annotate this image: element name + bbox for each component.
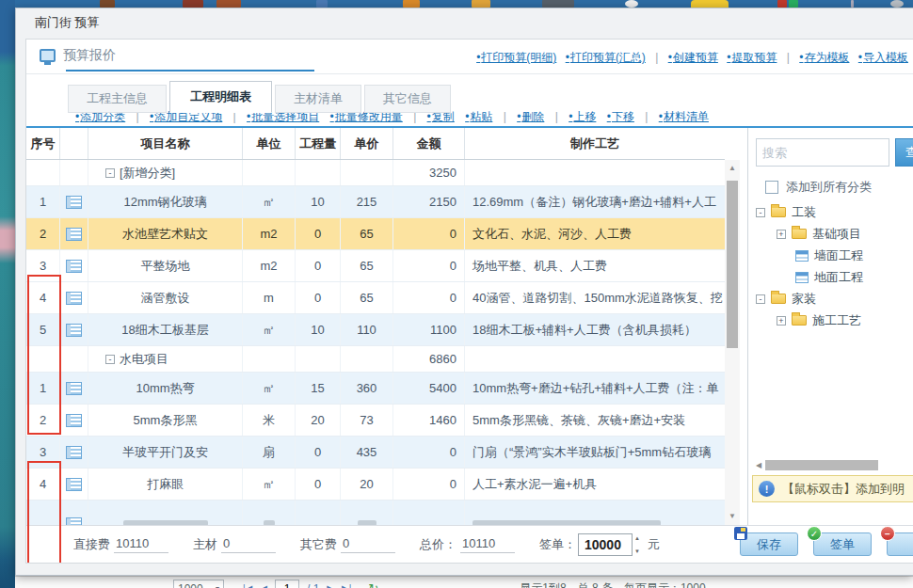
spin-down-icon[interactable]: ▼ (634, 548, 640, 554)
row-name: 5mm条形黑 (88, 405, 243, 436)
tab-bar: 工程主信息 工程明细表 主材清单 其它信息 (68, 81, 454, 113)
table-group-row[interactable]: -水电项目 6860 (26, 346, 725, 373)
tree-node[interactable]: + 基础项目 (748, 223, 913, 245)
table-row[interactable]: 3 平整场地 m2 0 65 0 场地平整、机具、人工费 (26, 250, 725, 282)
tree-label: 家装 (792, 291, 816, 308)
refresh-icon[interactable]: ↻ (368, 581, 378, 588)
row-price: 65 (341, 250, 393, 281)
grid-icon (795, 272, 809, 283)
table-row-partial[interactable] (26, 501, 725, 525)
scrollbar-thumb[interactable] (765, 460, 878, 470)
action-material-list[interactable]: 材料清单 (659, 110, 709, 123)
row-detail-icon[interactable] (66, 196, 82, 209)
link-extract-budget[interactable]: 提取预算 (727, 51, 777, 64)
row-name: 平整场地 (88, 250, 243, 281)
row-detail-icon[interactable] (66, 478, 82, 491)
table-row[interactable]: 5 18细木工板基层 ㎡ 10 110 1100 18细木工板+辅料+人工费（含… (26, 314, 725, 346)
tree-node[interactable]: - 家装 (748, 288, 913, 310)
next-page-button[interactable]: ▶ (327, 583, 334, 588)
table-row[interactable]: 4 涵管敷设 m 0 65 0 40涵管、道路切割、150mm水泥道路恢复、挖 (26, 282, 725, 314)
first-page-button[interactable]: |◀ (243, 583, 252, 588)
tab-project-info[interactable]: 工程主信息 (68, 85, 167, 113)
last-page-button[interactable]: ▶| (342, 583, 351, 588)
search-input[interactable] (756, 138, 889, 167)
tab-main-materials[interactable]: 主材清单 (275, 85, 361, 113)
scroll-down-icon[interactable]: ▼ (725, 510, 740, 523)
info-bubble-icon: ! (759, 481, 775, 497)
tab-other-info[interactable]: 其它信息 (364, 85, 451, 113)
row-amount: 1460 (393, 405, 465, 436)
scroll-left-icon[interactable]: ◀ (756, 461, 761, 469)
row-detail-icon[interactable] (66, 260, 82, 273)
link-import-template[interactable]: 导入模板 (858, 51, 908, 64)
tab-project-detail[interactable]: 工程明细表 (169, 81, 272, 113)
spin-up-icon[interactable]: ▲ (634, 535, 640, 541)
row-name: 12mm钢化玻璃 (88, 186, 243, 217)
collapse-icon[interactable]: - (756, 294, 765, 304)
link-save-template[interactable]: 存为模板 (799, 51, 849, 64)
tree-node[interactable]: 墙面工程 (748, 245, 913, 266)
link-print-detail[interactable]: 打印预算(明细) (476, 51, 556, 64)
action-paste[interactable]: 粘贴 (465, 110, 492, 123)
scrollbar-thumb[interactable] (727, 181, 738, 348)
expand-icon[interactable]: + (777, 230, 786, 239)
scroll-up-icon[interactable]: ▲ (725, 162, 740, 175)
col-icon (60, 128, 88, 159)
tree-node[interactable]: - 工装 (748, 201, 913, 223)
tree-node[interactable]: 地面工程 (748, 266, 913, 288)
grid-icon (795, 250, 809, 262)
collapse-icon[interactable]: - (105, 168, 115, 178)
desktop-icon-fragment (542, 0, 574, 8)
separator: | (504, 110, 506, 123)
row-detail-icon[interactable] (66, 517, 82, 526)
action-move-up[interactable]: 上移 (569, 110, 596, 123)
table-row[interactable]: 2 5mm条形黑 米 20 73 1460 5mm条形黑镜、茶镜、灰镜+磨边+安… (26, 405, 725, 437)
table-body: -[新增分类] 3250 1 12mm钢化玻璃 ㎡ 10 215 2150 12… (26, 160, 725, 525)
action-delete[interactable]: 删除 (517, 110, 544, 123)
row-price: 110 (341, 314, 393, 345)
save-button[interactable]: 保存 (740, 532, 798, 556)
sign-amount-input[interactable] (578, 533, 633, 556)
horizontal-scrollbar[interactable]: ◀ (756, 459, 906, 471)
row-detail-icon[interactable] (66, 324, 82, 337)
page-title: 预算报价 (63, 47, 116, 64)
row-price: 20 (341, 469, 393, 500)
row-detail-icon[interactable] (66, 382, 82, 395)
dialog-titlebar[interactable]: 南门街 预算 (16, 8, 913, 37)
row-detail-icon[interactable] (66, 292, 82, 305)
tree-node[interactable]: + 施工工艺 (748, 310, 913, 331)
sign-button[interactable]: ✓ 签单 (813, 532, 872, 556)
main-material-value: 0 (221, 536, 276, 553)
table-row[interactable]: 1 10mm热弯 ㎡ 15 360 5400 10mm热弯+磨边+钻孔+辅料+人… (26, 373, 725, 405)
table-row-selected[interactable]: 2 水池壁艺术贴文 m2 0 65 0 文化石、水泥、河沙、人工费 (26, 218, 725, 250)
total-label: 总价： (420, 536, 456, 553)
search-button[interactable]: 查 (895, 138, 913, 167)
action-move-down[interactable]: 下移 (607, 110, 634, 123)
expand-icon[interactable]: + (777, 316, 786, 326)
clipped-button[interactable]: − (887, 532, 913, 556)
link-print-summary[interactable]: 打印预算(汇总) (566, 51, 646, 64)
page-size-select[interactable]: 1000 ▾ (173, 580, 224, 588)
collapse-icon[interactable]: - (756, 208, 765, 217)
link-create-budget[interactable]: 创建预算 (668, 51, 718, 64)
prev-page-button[interactable]: ◀ (260, 583, 267, 588)
row-detail-icon[interactable] (66, 414, 82, 427)
page-number-input[interactable] (275, 580, 299, 588)
row-detail-icon[interactable] (66, 228, 82, 241)
table-row[interactable]: 3 半玻平开门及安 扇 0 435 0 门扇（“景鸿”实木半玻贴板门+5mm钻石… (26, 437, 725, 469)
desktop-wallpaper-strip (0, 0, 15, 588)
row-detail-icon[interactable] (66, 446, 82, 459)
collapse-icon[interactable]: - (105, 355, 115, 364)
row-qty: 0 (296, 282, 341, 313)
row-price: 65 (341, 218, 393, 249)
table-row[interactable]: 4 打麻眼 ㎡ 0 20 0 人工+素水泥一遍+机具 (26, 469, 725, 501)
vertical-scrollbar[interactable]: ▲ ▼ (725, 160, 740, 525)
col-name: 项目名称 (88, 128, 243, 159)
header-links: 打印预算(明细) 打印预算(汇总) | 创建预算 提取预算 | 存为模板 导入模… (473, 50, 911, 66)
row-no: 4 (26, 282, 60, 313)
group-name: 水电项目 (120, 351, 168, 368)
row-no: 3 (26, 250, 60, 281)
add-to-all-checkbox[interactable] (765, 181, 778, 194)
table-row[interactable]: 1 12mm钢化玻璃 ㎡ 10 215 2150 12.69mm（备注）钢化玻璃… (26, 186, 725, 218)
table-group-row[interactable]: -[新增分类] 3250 (26, 160, 725, 186)
